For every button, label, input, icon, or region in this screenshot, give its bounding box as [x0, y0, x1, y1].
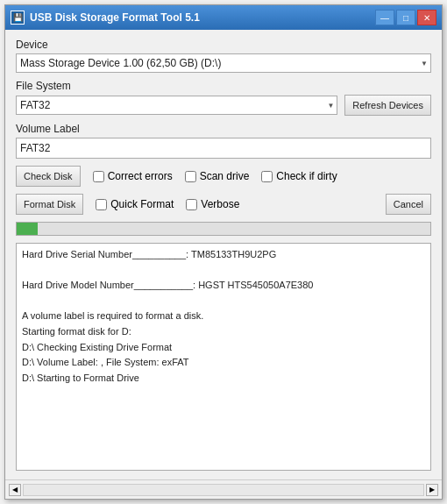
cancel-button[interactable]: Cancel — [386, 194, 431, 215]
volume-label-section: Volume Label — [16, 123, 431, 159]
device-section: Device Mass Storage Device 1.00 (62,50 G… — [16, 39, 431, 73]
verbose-checkbox[interactable] — [186, 199, 197, 210]
log-line: Starting format disk for D: — [22, 324, 425, 340]
format-disk-button[interactable]: Format Disk — [16, 194, 83, 215]
scan-drive-label[interactable]: Scan drive — [185, 170, 250, 182]
log-line: Hard Drive Serial Number__________: TM85… — [22, 247, 425, 263]
filesystem-section: File System FAT32 Refresh Devices — [16, 80, 431, 116]
scroll-left-button[interactable]: ◀ — [9, 484, 21, 496]
device-select[interactable]: Mass Storage Device 1.00 (62,50 GB) (D:\… — [16, 53, 431, 73]
log-line — [22, 294, 425, 309]
check-if-dirty-text: Check if dirty — [276, 170, 337, 182]
verbose-text: Verbose — [201, 198, 239, 210]
log-line: A volume label is required to format a d… — [22, 309, 425, 324]
cancel-btn-wrapper: Cancel — [386, 194, 431, 215]
refresh-devices-button[interactable]: Refresh Devices — [344, 95, 431, 116]
status-bar: ◀ ▶ — [5, 479, 442, 499]
fs-select-wrapper: FAT32 — [16, 96, 337, 115]
main-window: 💾 USB Disk Storage Format Tool 5.1 — □ ✕… — [4, 4, 443, 500]
title-bar-left: 💾 USB Disk Storage Format Tool 5.1 — [11, 11, 200, 25]
horizontal-scrollbar[interactable] — [23, 484, 424, 496]
format-row: Format Disk Quick Format Verbose Cancel — [16, 194, 431, 215]
window-controls: — □ ✕ — [375, 10, 436, 25]
log-line: Hard Drive Model Number___________: HGST… — [22, 278, 425, 294]
verbose-label[interactable]: Verbose — [186, 198, 239, 210]
quick-format-label[interactable]: Quick Format — [96, 198, 174, 210]
log-line: D:\ Starting to Format Drive — [22, 371, 425, 387]
scroll-right-button[interactable]: ▶ — [426, 484, 438, 496]
checkdisk-row: Check Disk Correct errors Scan drive Che… — [16, 166, 431, 187]
volume-label-input[interactable] — [16, 138, 431, 159]
log-area[interactable]: Hard Drive Serial Number__________: TM85… — [16, 243, 431, 471]
correct-errors-checkbox[interactable] — [93, 171, 104, 182]
check-if-dirty-checkbox[interactable] — [261, 171, 273, 182]
quick-format-checkbox[interactable] — [96, 199, 107, 210]
log-line: D:\ Volume Label: , File System: exFAT — [22, 355, 425, 371]
device-label: Device — [16, 39, 431, 51]
filesystem-label: File System — [16, 80, 431, 92]
title-bar: 💾 USB Disk Storage Format Tool 5.1 — □ ✕ — [5, 5, 442, 30]
maximize-button[interactable]: □ — [396, 10, 415, 25]
log-line — [22, 263, 425, 279]
filesystem-select[interactable]: FAT32 — [16, 96, 337, 115]
correct-errors-label[interactable]: Correct errors — [93, 170, 173, 182]
device-select-wrapper: Mass Storage Device 1.00 (62,50 GB) (D:\… — [16, 53, 431, 73]
check-if-dirty-label[interactable]: Check if dirty — [261, 170, 337, 182]
minimize-button[interactable]: — — [375, 10, 394, 25]
check-disk-button[interactable]: Check Disk — [16, 166, 81, 187]
window-title: USB Disk Storage Format Tool 5.1 — [30, 11, 200, 24]
app-icon: 💾 — [11, 11, 25, 25]
scan-drive-checkbox[interactable] — [185, 171, 196, 182]
progress-bar-container — [16, 222, 431, 236]
close-button[interactable]: ✕ — [417, 10, 436, 25]
filesystem-row: FAT32 Refresh Devices — [16, 95, 431, 116]
main-content: Device Mass Storage Device 1.00 (62,50 G… — [5, 30, 442, 479]
volume-label-label: Volume Label — [16, 123, 431, 135]
quick-format-text: Quick Format — [110, 198, 174, 210]
log-line: D:\ Checking Existing Drive Format — [22, 340, 425, 356]
correct-errors-text: Correct errors — [108, 170, 173, 182]
scan-drive-text: Scan drive — [200, 170, 250, 182]
progress-bar-fill — [17, 223, 38, 235]
